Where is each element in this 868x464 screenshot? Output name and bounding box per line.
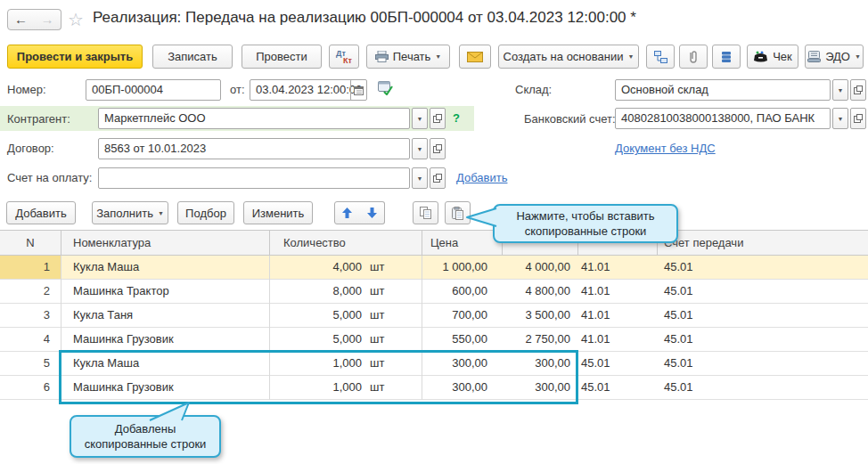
table-pick-label: Подбор xyxy=(185,207,226,220)
cell-sum[interactable]: 4 800,00 xyxy=(502,280,577,303)
contract-open-button[interactable] xyxy=(430,138,446,159)
bank-account-dropdown-button[interactable]: ▼ xyxy=(832,108,848,129)
cell-sum[interactable]: 3 500,00 xyxy=(502,304,577,327)
column-header-quantity[interactable]: Количество xyxy=(283,231,346,255)
bank-account-open-button[interactable] xyxy=(850,108,866,129)
invoice-dropdown-button[interactable]: ▼ xyxy=(412,167,428,189)
attachments-button[interactable] xyxy=(679,45,708,69)
open-icon xyxy=(854,85,863,94)
cell-account[interactable]: 41.01 xyxy=(577,280,657,303)
callout-tail xyxy=(464,206,498,231)
number-label: Номер: xyxy=(7,83,46,96)
cell-unit[interactable]: шт xyxy=(365,328,422,351)
reports-button[interactable] xyxy=(712,45,741,69)
cell-transfer-account[interactable]: 45.01 xyxy=(657,376,868,399)
cell-sum[interactable]: 2 750,00 xyxy=(502,328,577,351)
contract-dropdown-button[interactable]: ▼ xyxy=(412,138,428,159)
cell-quantity[interactable]: 5,000 xyxy=(269,328,365,351)
column-header-price[interactable]: Цена xyxy=(430,231,458,255)
contractor-input[interactable]: Маркетплейс ООО xyxy=(98,108,410,129)
move-down-button[interactable] xyxy=(359,201,385,224)
cell-account[interactable]: 41.01 xyxy=(577,304,657,327)
cell-transfer-account[interactable]: 45.01 xyxy=(657,328,868,351)
cell-quantity[interactable]: 8,000 xyxy=(269,280,365,303)
table-row[interactable]: 4 Машинка Грузовик 5,000 шт 550,00 2 750… xyxy=(0,328,868,352)
cell-transfer-account[interactable]: 45.01 xyxy=(657,280,868,303)
dtkt-button[interactable]: ДтКт xyxy=(329,45,359,69)
cell-transfer-account[interactable]: 45.01 xyxy=(657,352,868,375)
cell-n: 3 xyxy=(0,304,61,327)
check-button[interactable]: Чек xyxy=(747,45,798,69)
set-current-date-button[interactable] xyxy=(378,81,393,95)
edo-label: ЭДО xyxy=(825,50,850,63)
edo-button[interactable]: ЭДО ▼ xyxy=(805,45,864,69)
table-row[interactable]: 3 Кукла Таня 5,000 шт 700,00 3 500,00 41… xyxy=(0,304,868,328)
warehouse-input[interactable]: Основной склад xyxy=(615,79,831,101)
contract-input[interactable]: 8563 от 10.01.2023 xyxy=(98,138,410,159)
contractor-open-button[interactable] xyxy=(430,108,446,129)
cell-account[interactable]: 45.01 xyxy=(577,376,657,399)
cell-account[interactable]: 41.01 xyxy=(577,328,657,351)
move-up-button[interactable] xyxy=(334,201,360,224)
page-title: Реализация: Передача на реализацию 00БП-… xyxy=(93,9,636,27)
cell-nomenclature[interactable]: Машинка Трактор xyxy=(61,280,269,303)
post-label: Провести xyxy=(256,50,307,63)
invoice-label: Счет на оплату: xyxy=(7,171,92,184)
warehouse-open-button[interactable] xyxy=(850,79,866,101)
contractor-help-link[interactable]: ? xyxy=(453,111,460,125)
cell-price[interactable]: 600,00 xyxy=(422,280,502,303)
table-fill-button[interactable]: Заполнить ▼ xyxy=(92,201,168,224)
contractor-dropdown-button[interactable]: ▼ xyxy=(412,108,428,129)
post-and-close-button[interactable]: Провести и закрыть xyxy=(7,45,143,69)
invoice-open-button[interactable] xyxy=(430,167,446,189)
column-header-nomenclature[interactable]: Номенклатура xyxy=(73,231,151,255)
paste-icon xyxy=(452,207,463,220)
invoice-input[interactable] xyxy=(98,167,410,189)
cell-nomenclature[interactable]: Машинка Грузовик xyxy=(61,328,269,351)
post-button[interactable]: Провести xyxy=(242,45,322,69)
cell-account[interactable]: 45.01 xyxy=(577,352,657,375)
create-based-on-label: Создать на основании xyxy=(504,50,624,63)
cell-n: 2 xyxy=(0,280,61,303)
table-pick-button[interactable]: Подбор xyxy=(177,201,234,224)
create-based-on-button[interactable]: Создать на основании ▼ xyxy=(498,45,639,69)
column-header-n[interactable]: N xyxy=(0,231,61,255)
cell-unit[interactable]: шт xyxy=(365,304,422,327)
cell-quantity[interactable]: 4,000 xyxy=(269,256,365,279)
cell-price[interactable]: 700,00 xyxy=(422,304,502,327)
email-button[interactable] xyxy=(459,45,491,69)
table-row[interactable]: 1 Кукла Маша 4,000 шт 1 000,00 4 000,00 … xyxy=(0,256,868,280)
save-button[interactable]: Записать xyxy=(152,45,233,69)
bank-account-input[interactable]: 40802810038000138000, ПАО БАНК xyxy=(615,108,831,129)
number-input[interactable]: 00БП-000004 xyxy=(86,79,221,101)
cell-price[interactable]: 1 000,00 xyxy=(422,256,502,279)
cell-account[interactable]: 41.01 xyxy=(577,256,657,279)
cell-unit[interactable]: шт xyxy=(365,280,422,303)
cell-nomenclature[interactable]: Кукла Маша xyxy=(61,256,269,279)
invoice-add-link[interactable]: Добавить xyxy=(456,171,507,184)
warehouse-dropdown-button[interactable]: ▼ xyxy=(832,79,848,101)
cell-unit[interactable]: шт xyxy=(365,256,422,279)
back-button[interactable]: ← xyxy=(7,9,35,30)
table-add-button[interactable]: Добавить xyxy=(6,201,76,224)
cell-nomenclature[interactable]: Кукла Таня xyxy=(61,304,269,327)
check-label: Чек xyxy=(773,50,792,63)
no-vat-link[interactable]: Документ без НДС xyxy=(615,142,716,155)
forward-button[interactable]: → xyxy=(34,9,61,30)
cell-quantity[interactable]: 5,000 xyxy=(269,304,365,327)
copy-rows-button[interactable] xyxy=(413,201,438,224)
related-documents-button[interactable] xyxy=(646,45,675,69)
table-row[interactable]: 2 Машинка Трактор 8,000 шт 600,00 4 800,… xyxy=(0,280,868,304)
calendar-button[interactable] xyxy=(350,79,366,101)
favorite-star-icon[interactable]: ☆ xyxy=(68,11,84,28)
contract-label: Договор: xyxy=(7,142,54,155)
table-edit-button[interactable]: Изменить xyxy=(243,201,313,224)
pasted-rows-highlight-box xyxy=(59,350,578,404)
cell-price[interactable]: 550,00 xyxy=(422,328,502,351)
envelope-icon xyxy=(467,52,483,62)
cell-transfer-account[interactable]: 45.01 xyxy=(657,304,868,327)
cell-transfer-account[interactable]: 45.01 xyxy=(657,256,868,279)
cell-sum[interactable]: 4 000,00 xyxy=(502,256,577,279)
print-button[interactable]: Печать ▼ xyxy=(366,45,450,69)
header-separator xyxy=(269,231,270,256)
